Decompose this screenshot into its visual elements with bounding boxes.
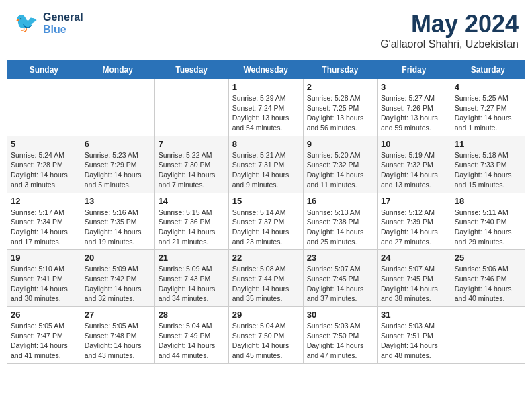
week-row-3: 12Sunrise: 5:17 AM Sunset: 7:34 PM Dayli…	[7, 193, 525, 250]
day-number: 20	[85, 253, 151, 263]
location-subtitle: G'allaorol Shahri, Uzbekistan	[380, 38, 519, 50]
day-number: 24	[381, 253, 447, 263]
header-cell-sunday: Sunday	[7, 61, 81, 79]
header: 🐦 General Blue May 2024 G'allaorol Shahr…	[7, 7, 525, 54]
header-row: SundayMondayTuesdayWednesdayThursdayFrid…	[7, 61, 525, 79]
day-info: Sunrise: 5:10 AM Sunset: 7:41 PM Dayligh…	[11, 264, 77, 304]
day-info: Sunrise: 5:12 AM Sunset: 7:39 PM Dayligh…	[381, 208, 447, 247]
title-area: May 2024 G'allaorol Shahri, Uzbekistan	[380, 10, 519, 50]
logo: 🐦 General Blue	[13, 10, 83, 37]
day-cell: 9Sunrise: 5:20 AM Sunset: 7:32 PM Daylig…	[303, 136, 377, 193]
day-cell: 15Sunrise: 5:14 AM Sunset: 7:37 PM Dayli…	[228, 193, 303, 250]
day-cell: 7Sunrise: 5:22 AM Sunset: 7:30 PM Daylig…	[154, 136, 228, 193]
day-cell	[154, 79, 228, 136]
week-row-4: 19Sunrise: 5:10 AM Sunset: 7:41 PM Dayli…	[7, 250, 525, 307]
day-number: 27	[85, 310, 151, 320]
day-cell	[81, 79, 154, 136]
day-info: Sunrise: 5:20 AM Sunset: 7:32 PM Dayligh…	[307, 150, 373, 190]
logo-icon: 🐦	[13, 10, 40, 37]
day-cell: 14Sunrise: 5:15 AM Sunset: 7:36 PM Dayli…	[154, 193, 228, 250]
day-number: 26	[11, 310, 77, 320]
day-cell: 11Sunrise: 5:18 AM Sunset: 7:33 PM Dayli…	[451, 136, 525, 193]
day-info: Sunrise: 5:19 AM Sunset: 7:32 PM Dayligh…	[381, 150, 447, 190]
header-cell-saturday: Saturday	[451, 61, 525, 79]
day-number: 4	[455, 82, 521, 92]
day-number: 1	[232, 82, 300, 92]
day-cell: 24Sunrise: 5:07 AM Sunset: 7:45 PM Dayli…	[378, 250, 451, 307]
day-number: 7	[159, 139, 225, 149]
calendar-body: 1Sunrise: 5:29 AM Sunset: 7:24 PM Daylig…	[7, 79, 525, 364]
day-cell: 23Sunrise: 5:07 AM Sunset: 7:45 PM Dayli…	[303, 250, 377, 307]
day-info: Sunrise: 5:27 AM Sunset: 7:26 PM Dayligh…	[381, 93, 447, 133]
week-row-5: 26Sunrise: 5:05 AM Sunset: 7:47 PM Dayli…	[7, 307, 525, 364]
day-info: Sunrise: 5:13 AM Sunset: 7:38 PM Dayligh…	[307, 208, 373, 247]
day-number: 9	[307, 139, 373, 149]
day-info: Sunrise: 5:16 AM Sunset: 7:35 PM Dayligh…	[85, 208, 151, 247]
day-number: 25	[455, 253, 521, 263]
day-number: 28	[159, 310, 225, 320]
day-cell: 25Sunrise: 5:06 AM Sunset: 7:46 PM Dayli…	[451, 250, 525, 307]
day-number: 6	[85, 139, 151, 149]
day-cell: 28Sunrise: 5:04 AM Sunset: 7:49 PM Dayli…	[154, 307, 228, 364]
day-info: Sunrise: 5:22 AM Sunset: 7:30 PM Dayligh…	[159, 150, 225, 190]
week-row-2: 5Sunrise: 5:24 AM Sunset: 7:28 PM Daylig…	[7, 136, 525, 193]
day-number: 18	[455, 196, 521, 206]
day-number: 19	[11, 253, 77, 263]
day-cell: 22Sunrise: 5:08 AM Sunset: 7:44 PM Dayli…	[228, 250, 303, 307]
day-info: Sunrise: 5:03 AM Sunset: 7:50 PM Dayligh…	[307, 321, 373, 361]
day-cell: 20Sunrise: 5:09 AM Sunset: 7:42 PM Dayli…	[81, 250, 154, 307]
day-cell: 21Sunrise: 5:09 AM Sunset: 7:43 PM Dayli…	[154, 250, 228, 307]
day-number: 21	[159, 253, 225, 263]
week-row-1: 1Sunrise: 5:29 AM Sunset: 7:24 PM Daylig…	[7, 79, 525, 136]
day-number: 31	[381, 310, 447, 320]
header-cell-friday: Friday	[378, 61, 451, 79]
day-cell: 12Sunrise: 5:17 AM Sunset: 7:34 PM Dayli…	[7, 193, 81, 250]
day-info: Sunrise: 5:15 AM Sunset: 7:36 PM Dayligh…	[159, 208, 225, 247]
day-cell: 13Sunrise: 5:16 AM Sunset: 7:35 PM Dayli…	[81, 193, 154, 250]
header-cell-wednesday: Wednesday	[228, 61, 303, 79]
day-number: 15	[232, 196, 300, 206]
day-info: Sunrise: 5:07 AM Sunset: 7:45 PM Dayligh…	[307, 264, 373, 304]
logo-general-text: General	[43, 11, 83, 24]
day-info: Sunrise: 5:29 AM Sunset: 7:24 PM Dayligh…	[232, 93, 300, 133]
day-number: 14	[159, 196, 225, 206]
day-cell	[7, 79, 81, 136]
day-cell: 16Sunrise: 5:13 AM Sunset: 7:38 PM Dayli…	[303, 193, 377, 250]
day-cell: 29Sunrise: 5:04 AM Sunset: 7:50 PM Dayli…	[228, 307, 303, 364]
day-info: Sunrise: 5:28 AM Sunset: 7:25 PM Dayligh…	[307, 93, 373, 133]
day-number: 22	[232, 253, 300, 263]
day-info: Sunrise: 5:05 AM Sunset: 7:48 PM Dayligh…	[85, 321, 151, 361]
day-cell: 19Sunrise: 5:10 AM Sunset: 7:41 PM Dayli…	[7, 250, 81, 307]
svg-text:🐦: 🐦	[15, 11, 38, 34]
day-number: 16	[307, 196, 373, 206]
day-cell: 10Sunrise: 5:19 AM Sunset: 7:32 PM Dayli…	[378, 136, 451, 193]
day-info: Sunrise: 5:08 AM Sunset: 7:44 PM Dayligh…	[232, 264, 300, 304]
day-info: Sunrise: 5:11 AM Sunset: 7:40 PM Dayligh…	[455, 208, 521, 247]
day-info: Sunrise: 5:07 AM Sunset: 7:45 PM Dayligh…	[381, 264, 447, 304]
day-number: 11	[455, 139, 521, 149]
day-info: Sunrise: 5:06 AM Sunset: 7:46 PM Dayligh…	[455, 264, 521, 304]
day-cell	[451, 307, 525, 364]
header-cell-monday: Monday	[81, 61, 154, 79]
day-cell: 31Sunrise: 5:03 AM Sunset: 7:51 PM Dayli…	[378, 307, 451, 364]
day-cell: 1Sunrise: 5:29 AM Sunset: 7:24 PM Daylig…	[228, 79, 303, 136]
day-cell: 3Sunrise: 5:27 AM Sunset: 7:26 PM Daylig…	[378, 79, 451, 136]
day-number: 13	[85, 196, 151, 206]
logo-name: General Blue	[43, 11, 83, 35]
day-number: 3	[381, 82, 447, 92]
day-cell: 30Sunrise: 5:03 AM Sunset: 7:50 PM Dayli…	[303, 307, 377, 364]
day-cell: 5Sunrise: 5:24 AM Sunset: 7:28 PM Daylig…	[7, 136, 81, 193]
day-info: Sunrise: 5:25 AM Sunset: 7:27 PM Dayligh…	[455, 93, 521, 133]
day-info: Sunrise: 5:05 AM Sunset: 7:47 PM Dayligh…	[11, 321, 77, 361]
day-number: 29	[232, 310, 300, 320]
calendar-header: SundayMondayTuesdayWednesdayThursdayFrid…	[7, 61, 525, 79]
day-info: Sunrise: 5:17 AM Sunset: 7:34 PM Dayligh…	[11, 208, 77, 247]
day-info: Sunrise: 5:04 AM Sunset: 7:49 PM Dayligh…	[159, 321, 225, 361]
day-cell: 26Sunrise: 5:05 AM Sunset: 7:47 PM Dayli…	[7, 307, 81, 364]
day-info: Sunrise: 5:09 AM Sunset: 7:43 PM Dayligh…	[159, 264, 225, 304]
day-number: 23	[307, 253, 373, 263]
logo-blue-text: Blue	[43, 24, 83, 36]
day-number: 2	[307, 82, 373, 92]
day-cell: 6Sunrise: 5:23 AM Sunset: 7:29 PM Daylig…	[81, 136, 154, 193]
day-number: 10	[381, 139, 447, 149]
